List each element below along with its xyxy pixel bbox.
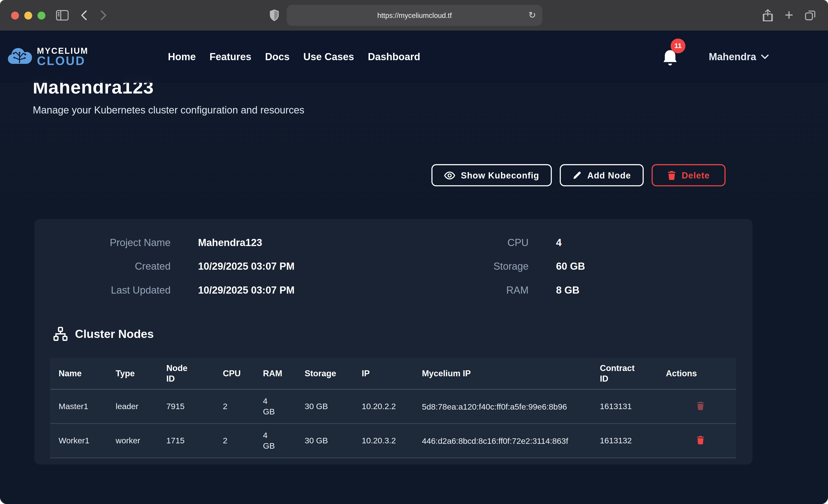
cell-cpu: 2: [214, 389, 255, 424]
cluster-actions: Show Kubeconfig Add Node Delete: [431, 164, 726, 186]
cell-type: leader: [107, 389, 158, 424]
project-name-label: Project Name: [34, 237, 170, 249]
eye-icon: [444, 171, 455, 179]
cell-ip: 10.20.2.2: [353, 389, 413, 424]
delete-label: Delete: [681, 170, 710, 180]
trash-icon: [667, 170, 676, 180]
cell-contract-id: 1613132: [591, 424, 658, 458]
col-actions: Actions: [658, 358, 736, 389]
url-text: https://myceliumcloud.tf: [377, 11, 452, 19]
cell-actions: [658, 424, 736, 458]
new-tab-icon[interactable]: +: [785, 7, 793, 24]
table-row-master1: Master1 leader 7915 2 4 GB 30 GB 10.20.2…: [50, 389, 736, 424]
reload-icon[interactable]: ↻: [529, 10, 536, 21]
browser-window: https://myceliumcloud.tf ↻ + Mahendra123: [0, 0, 828, 504]
browser-toolbar: https://myceliumcloud.tf ↻ +: [0, 0, 828, 31]
page-content: Mahendra123 MYCELI: [0, 31, 828, 504]
share-icon[interactable]: [762, 9, 773, 22]
privacy-shield-icon[interactable]: [270, 9, 279, 21]
trash-icon: [697, 435, 704, 445]
cell-name: Master1: [50, 389, 107, 424]
project-info-card: Project Name Mahendra123 Created 10/29/2…: [34, 219, 752, 464]
nav-link-use-cases[interactable]: Use Cases: [303, 51, 354, 63]
table-row-worker1: Worker1 worker 1715 2 4 GB 30 GB 10.20.3…: [50, 424, 736, 458]
tab-overview-icon[interactable]: [805, 9, 817, 21]
storage-label: Storage: [392, 261, 529, 272]
screenshot-stage: https://myceliumcloud.tf ↻ + Mahendra123: [0, 0, 828, 504]
show-kubeconfig-label: Show Kubeconfig: [461, 170, 539, 180]
table-header-row: Name Type Node ID CPU RAM Storage IP Myc…: [50, 358, 736, 389]
cpu-value: 4: [556, 237, 562, 249]
brand-logo[interactable]: MYCELIUM CLOUD: [7, 47, 88, 67]
network-icon: [53, 326, 68, 342]
nav-link-home[interactable]: Home: [168, 51, 196, 63]
storage-value: 60 GB: [556, 261, 585, 272]
brand-name-top: MYCELIUM: [37, 47, 88, 55]
cell-name: Worker1: [50, 424, 107, 458]
nav-link-features[interactable]: Features: [210, 51, 251, 63]
address-bar[interactable]: https://myceliumcloud.tf ↻: [287, 5, 542, 26]
sidebar-toggle-icon[interactable]: [56, 10, 69, 21]
ram-value: 8 GB: [556, 285, 580, 296]
col-mycelium-ip: Mycelium IP: [413, 358, 591, 389]
minimize-window-button[interactable]: [24, 12, 32, 19]
created-value: 10/29/2025 03:07 PM: [198, 261, 295, 272]
cell-mycelium-ip: 5d8:78ea:a120:f40c:ff0f:a5fe:99e6:8b96: [413, 389, 591, 424]
close-window-button[interactable]: [11, 12, 19, 19]
cell-mycelium-ip: 446:d2a6:8bcd:8c16:ff0f:72e2:3114:863f: [413, 424, 591, 458]
back-button[interactable]: [80, 10, 87, 21]
col-type: Type: [107, 358, 158, 389]
last-updated-label: Last Updated: [34, 285, 170, 296]
cell-node-id: 7915: [158, 389, 214, 424]
created-label: Created: [34, 261, 170, 272]
col-storage: Storage: [296, 358, 353, 389]
cell-ram: 4 GB: [255, 424, 296, 458]
cpu-label: CPU: [392, 237, 529, 249]
forward-button[interactable]: [100, 10, 107, 21]
brand-name-bottom: CLOUD: [37, 55, 88, 67]
project-name-value: Mahendra123: [198, 237, 262, 249]
user-menu[interactable]: Mahendra: [709, 51, 769, 63]
delete-node-button[interactable]: [697, 401, 704, 412]
delete-cluster-button[interactable]: Delete: [652, 164, 726, 186]
cloud-logo-icon: [7, 47, 33, 67]
trash-icon: [697, 401, 704, 410]
col-ip: IP: [353, 358, 413, 389]
notifications-button[interactable]: 11: [662, 49, 678, 67]
notification-badge: 11: [671, 38, 685, 53]
cell-actions: [658, 389, 736, 424]
add-node-label: Add Node: [587, 170, 631, 180]
brand-text: MYCELIUM CLOUD: [37, 47, 88, 67]
nav-link-dashboard[interactable]: Dashboard: [368, 51, 420, 63]
pencil-icon: [573, 171, 581, 180]
ram-label: RAM: [392, 285, 529, 296]
show-kubeconfig-button[interactable]: Show Kubeconfig: [431, 164, 552, 186]
col-node-id: Node ID: [158, 358, 214, 389]
cluster-nodes-table: Name Type Node ID CPU RAM Storage IP Myc…: [50, 358, 736, 458]
cell-node-id: 1715: [158, 424, 214, 458]
cell-cpu: 2: [214, 424, 255, 458]
user-name: Mahendra: [709, 51, 756, 63]
page-subtitle: Manage your Kubernetes cluster configura…: [33, 104, 304, 116]
cell-ram: 4 GB: [255, 389, 296, 424]
cluster-nodes-header: Cluster Nodes: [53, 326, 154, 342]
nav-links: Home Features Docs Use Cases Dashboard: [168, 51, 420, 63]
nav-link-docs[interactable]: Docs: [265, 51, 290, 63]
cell-ip: 10.20.3.2: [353, 424, 413, 458]
delete-node-button[interactable]: [697, 435, 704, 446]
cell-storage: 30 GB: [296, 424, 353, 458]
col-cpu: CPU: [214, 358, 255, 389]
last-updated-value: 10/29/2025 03:07 PM: [198, 285, 295, 296]
site-navbar: MYCELIUM CLOUD Home Features Docs Use Ca…: [0, 31, 828, 83]
col-ram: RAM: [255, 358, 296, 389]
col-name: Name: [50, 358, 107, 389]
col-contract-id: Contract ID: [591, 358, 658, 389]
cluster-nodes-title: Cluster Nodes: [75, 327, 154, 341]
add-node-button[interactable]: Add Node: [560, 164, 644, 186]
cell-type: worker: [107, 424, 158, 458]
zoom-window-button[interactable]: [37, 12, 45, 19]
chevron-down-icon: [761, 54, 769, 59]
cell-storage: 30 GB: [296, 389, 353, 424]
cell-contract-id: 1613131: [591, 389, 658, 424]
